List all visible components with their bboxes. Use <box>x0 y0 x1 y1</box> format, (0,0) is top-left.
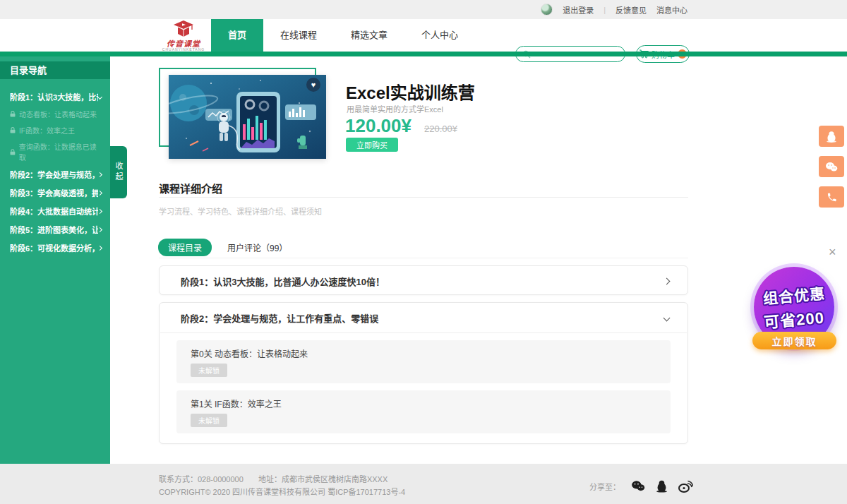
nav-item-courses[interactable]: 在线课程 <box>263 19 334 52</box>
footer-copyright: COPYRIGHT© 2020 四川传音课堂科技有限公司 蜀ICP备170177… <box>159 486 405 497</box>
accordion-stage2-header[interactable]: 阶段2：学会处理与规范，让工作有重点、零错误 <box>160 303 687 332</box>
status-badge: 未解锁 <box>191 414 227 427</box>
footer: 联系方式：028-0000000 地址：成都市武侯区槐树店南路XXXX COPY… <box>0 464 847 504</box>
weibo-icon <box>678 480 693 493</box>
logo-title: 传音课堂 <box>157 40 210 47</box>
sidebar-lesson-locked-3[interactable]: 查询函数：让数据息已读取 <box>7 138 104 165</box>
lesson-item-1[interactable]: 第1关 IF函数：效率之王 未解锁 <box>176 390 671 433</box>
logout-link[interactable]: 退出登录 <box>563 4 594 16</box>
detail-heading: 课程详细介绍 <box>159 181 222 196</box>
sidebar-item-stage1[interactable]: 阶段1：认识3大技能，比普通人... <box>7 88 104 106</box>
price-row: 120.00¥ 220.00¥ <box>345 115 457 137</box>
divider <box>159 197 688 198</box>
nav-item-home[interactable]: 首页 <box>211 19 263 52</box>
chevron-right-icon <box>97 208 102 213</box>
status-badge: 未解锁 <box>191 364 227 377</box>
qq-icon <box>826 131 837 143</box>
sidebar-item-stage3[interactable]: 阶段3：学会高级透视，拥有同时... <box>7 184 104 202</box>
sidebar-item-stage6[interactable]: 阶段6：可视化数据分析，帮老板... <box>7 239 104 257</box>
course-title: Excel实战训练营 <box>346 79 475 104</box>
phone-contact-button[interactable] <box>819 186 844 208</box>
catalog-sidebar: 目录导航 阶段1：认识3大技能，比普通人... 动态看板：让表格动起来 IF函数… <box>0 56 110 464</box>
topbar: 退出登录 | 反馈意见 消息中心 <box>0 0 847 19</box>
wechat-contact-button[interactable] <box>819 156 844 177</box>
price-current: 120.00¥ <box>345 115 412 137</box>
detail-description: 学习流程、学习特色、课程详细介绍、课程须知 <box>159 205 322 217</box>
chevron-down-icon <box>663 314 671 321</box>
chevron-right-icon <box>663 277 671 284</box>
main-nav: 首页 在线课程 精选文章 个人中心 <box>211 19 475 52</box>
footer-contact-line: 联系方式：028-0000000 地址：成都市武侯区槐树店南路XXXX <box>159 473 388 484</box>
sidebar-item-stage2[interactable]: 阶段2：学会处理与规范，让工作... <box>7 165 104 184</box>
divider <box>159 258 688 258</box>
lock-icon <box>10 127 16 133</box>
heart-icon: ♥ <box>311 80 316 89</box>
avatar[interactable] <box>541 4 553 16</box>
promo-close-icon[interactable]: × <box>829 246 836 258</box>
logo[interactable]: 传音课堂 CHUANYINKETANG <box>157 20 210 52</box>
accordion-stage2: 阶段2：学会处理与规范，让工作有重点、零错误 第0关 动态看板：让表格动起来 未… <box>159 302 688 444</box>
share-wechat-button[interactable] <box>631 480 645 492</box>
sidebar-lesson-locked-2[interactable]: IF函数：效率之王 <box>7 122 104 138</box>
messages-link[interactable]: 消息中心 <box>656 4 687 16</box>
nav-item-articles[interactable]: 精选文章 <box>334 19 404 52</box>
sidebar-item-stage5[interactable]: 阶段5：进阶图表美化，让汇报一... <box>7 220 104 239</box>
qq-contact-button[interactable] <box>819 126 844 147</box>
phone-icon <box>827 192 837 203</box>
sidebar-collapse-button[interactable]: 收起 <box>110 146 127 198</box>
logo-cap-icon <box>173 20 194 37</box>
course-subtitle: 用最简单实用的方式学Excel <box>347 103 443 114</box>
page: 退出登录 | 反馈意见 消息中心 传音课堂 CHUANYINKETANG 首页 … <box>0 0 847 504</box>
accordion-stage1-header[interactable]: 阶段1：认识3大技能，比普通人办公速度快10倍！ <box>160 266 687 296</box>
chevron-right-icon <box>97 245 102 250</box>
chevron-down-icon <box>97 94 102 99</box>
chevron-right-icon <box>97 190 102 195</box>
sidebar-lesson-locked-1[interactable]: 动态看板：让表格动起来 <box>7 106 104 122</box>
footer-address: 地址：成都市武侯区槐树店南路XXXX <box>258 475 388 484</box>
wechat-icon <box>631 480 645 492</box>
lesson-item-0[interactable]: 第0关 动态看板：让表格动起来 未解锁 <box>176 340 671 383</box>
wechat-icon <box>825 162 838 172</box>
accordion-stage1: 阶段1：认识3大技能，比普通人办公速度快10倍！ <box>159 265 688 295</box>
lock-icon <box>10 111 16 117</box>
content-tabs: 课程目录 用户评论（99） <box>158 239 287 256</box>
share-weibo-button[interactable] <box>678 480 693 493</box>
divider <box>160 332 687 333</box>
topbar-divider: | <box>603 6 606 14</box>
sidebar-list: 阶段1：认识3大技能，比普通人... 动态看板：让表格动起来 IF函数：效率之王 <box>0 79 110 257</box>
sidebar-title: 目录导航 <box>0 61 110 79</box>
header: 传音课堂 CHUANYINKETANG 首页 在线课程 精选文章 个人中心 搜索… <box>0 19 847 52</box>
share-qq-button[interactable] <box>656 479 668 493</box>
tab-comments[interactable]: 用户评论（99） <box>227 241 287 253</box>
footer-contact: 联系方式：028-0000000 <box>159 475 244 484</box>
qq-icon <box>656 479 668 493</box>
promo-line2: 可省200 <box>763 304 825 332</box>
share-label: 分享至： <box>589 481 620 492</box>
feedback-link[interactable]: 反馈意见 <box>615 4 647 16</box>
chevron-right-icon <box>97 227 102 232</box>
buy-now-button[interactable]: 立即购买 <box>346 138 398 152</box>
nav-item-profile[interactable]: 个人中心 <box>404 19 475 52</box>
sidebar-item-stage4[interactable]: 阶段4：大批数据自动统计分析，... <box>7 202 104 220</box>
lock-icon <box>10 149 16 155</box>
course-banner-image[interactable]: ♥ <box>169 75 326 159</box>
header-accent-bar <box>0 52 847 56</box>
tab-catalog[interactable]: 课程目录 <box>158 239 212 256</box>
price-original: 220.00¥ <box>424 124 457 134</box>
promo-claim-button[interactable]: 立即领取 <box>752 332 836 349</box>
footer-share: 分享至： <box>589 479 693 493</box>
chevron-right-icon <box>97 172 102 176</box>
